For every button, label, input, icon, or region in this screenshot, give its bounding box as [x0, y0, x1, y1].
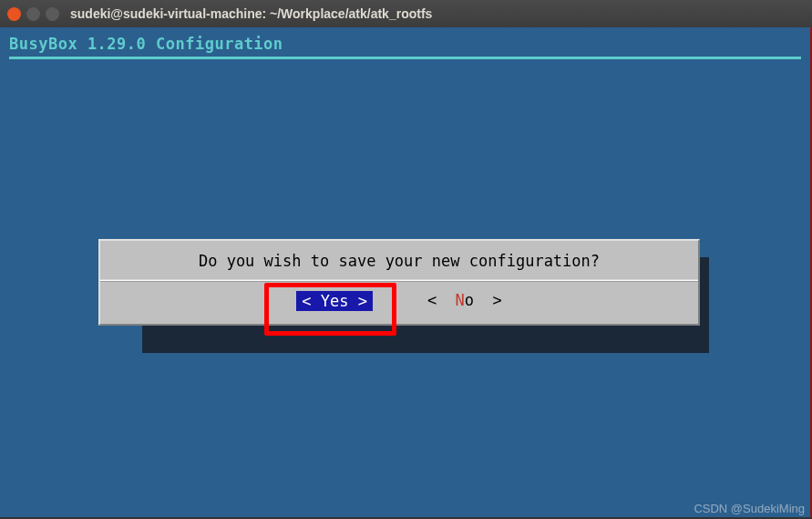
- header-divider: [9, 57, 801, 59]
- close-icon[interactable]: [7, 7, 21, 21]
- dialog-container: Do you wish to save your new configurati…: [98, 239, 709, 326]
- title-bar: sudeki@sudeki-virtual-machine: ~/Workpla…: [0, 0, 812, 27]
- dialog-buttons: < Yes > < No >: [100, 281, 698, 324]
- maximize-icon[interactable]: [46, 7, 59, 21]
- yes-hotkey: Y: [321, 292, 330, 310]
- app-window: sudeki@sudeki-virtual-machine: ~/Workpla…: [0, 0, 812, 519]
- watermark: CSDN @SudekiMing: [694, 502, 805, 515]
- confirm-dialog: Do you wish to save your new configurati…: [98, 239, 700, 326]
- terminal-view: BusyBox 1.29.0 Configuration Do you wish…: [0, 27, 812, 519]
- no-hotkey: N: [456, 291, 465, 309]
- yes-button[interactable]: < Yes >: [296, 291, 373, 311]
- window-controls: [7, 7, 59, 21]
- dialog-question: Do you wish to save your new configurati…: [100, 241, 698, 281]
- minimize-icon[interactable]: [26, 7, 40, 21]
- no-button[interactable]: < No >: [427, 291, 502, 311]
- window-title: sudeki@sudeki-virtual-machine: ~/Workpla…: [70, 6, 805, 21]
- config-header: BusyBox 1.29.0 Configuration: [9, 35, 801, 53]
